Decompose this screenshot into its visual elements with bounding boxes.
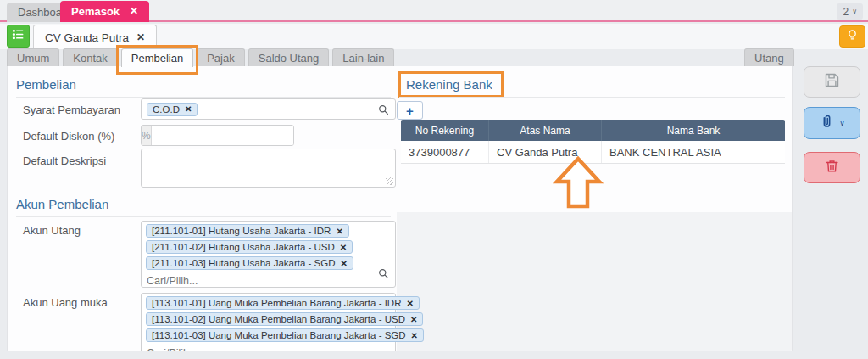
paperclip-icon (819, 114, 835, 133)
default-diskon-label: Default Diskon (%) (23, 130, 114, 143)
top-bar: Dashboard Pemasok ✕ 2 ∨ (0, 0, 868, 22)
tag-cod-label: C.O.D (153, 104, 180, 115)
tag-uang-muka-idr[interactable]: [113.101-01] Uang Muka Pembelian Barang … (146, 296, 420, 310)
chevron-down-icon: ∨ (852, 8, 857, 15)
section-title-rekening-bank: Rekening Bank (406, 77, 492, 92)
remove-tag-icon[interactable]: ✕ (336, 227, 342, 236)
close-icon[interactable]: ✕ (136, 31, 145, 43)
akun-uang-muka-label: Akun Uang muka (23, 296, 108, 309)
akun-uang-muka-multiselect[interactable]: [113.101-01] Uang Muka Pembelian Barang … (141, 293, 396, 351)
tag-cod[interactable]: C.O.D ✕ (147, 103, 198, 116)
divider (16, 216, 391, 217)
divider (16, 97, 391, 98)
rekening-table-header: No Rekening Atas Nama Nama Bank (401, 120, 785, 141)
record-tab[interactable]: CV Ganda Putra ✕ (33, 25, 157, 49)
syarat-pembayaran-label: Syarat Pembayaran (23, 104, 120, 116)
cell-nama-bank: BANK CENTRAL ASIA (602, 141, 785, 163)
tag-hutang-usd[interactable]: [211.101-02] Hutang Usaha Jakarta - USD✕ (146, 240, 353, 254)
tag-uang-muka-usd[interactable]: [113.101-02] Uang Muka Pembelian Barang … (146, 312, 423, 326)
close-icon[interactable]: ✕ (130, 1, 138, 22)
tag-uang-muka-sgd[interactable]: [113.101-03] Uang Muka Pembelian Barang … (146, 328, 424, 342)
tab-pembelian-label: Pembelian (131, 52, 183, 65)
remove-tag-icon[interactable]: ✕ (406, 299, 413, 308)
tag-label: [113.101-01] Uang Muka Pembelian Barang … (152, 298, 401, 308)
attachment-button[interactable]: ∨ (804, 107, 860, 139)
default-deskripsi-textarea[interactable] (141, 149, 396, 188)
lightbulb-icon (846, 29, 859, 45)
akun-utang-multiselect[interactable]: [211.101-01] Hutang Usaha Jakarta - IDR✕… (141, 221, 396, 288)
cell-no-rekening: 3739000877 (401, 141, 489, 163)
tab-pajak[interactable]: Pajak (197, 48, 245, 66)
window-tab-pemasok-label: Pemasok (71, 1, 120, 22)
percent-addon: % (142, 126, 152, 145)
remove-tag-icon[interactable]: ✕ (410, 315, 417, 324)
tab-umum[interactable]: Umum (7, 48, 59, 66)
tab-kontak[interactable]: Kontak (63, 48, 117, 66)
trash-icon (824, 158, 840, 177)
col-atas-nama: Atas Nama (489, 120, 602, 141)
panel-gray-area (397, 212, 793, 351)
akun-uang-muka-search-input[interactable] (146, 345, 315, 351)
tab-pembelian[interactable]: Pembelian (121, 48, 193, 67)
section-title-pembelian: Pembelian (16, 77, 76, 92)
hint-button[interactable] (839, 25, 865, 48)
tag-label: [211.101-02] Hutang Usaha Jakarta - USD (152, 242, 335, 252)
delete-button[interactable] (804, 152, 860, 183)
orange-up-arrow-annotation (552, 156, 604, 212)
tag-label: [113.101-03] Uang Muka Pembelian Barang … (152, 330, 406, 340)
window-count-value: 2 (843, 6, 849, 18)
tab-saldo-utang[interactable]: Saldo Utang (248, 48, 330, 66)
akun-utang-search-input[interactable] (146, 273, 315, 289)
table-row[interactable]: 3739000877 CV Ganda Putra BANK CENTRAL A… (401, 141, 785, 164)
col-nama-bank: Nama Bank (602, 120, 785, 141)
resize-grip-icon[interactable] (386, 177, 393, 185)
magnifier-icon[interactable] (378, 267, 389, 283)
remove-tag-icon[interactable]: ✕ (341, 259, 348, 268)
default-diskon-input[interactable] (152, 126, 294, 145)
remove-tag-icon[interactable]: ✕ (340, 243, 347, 252)
tag-hutang-sgd[interactable]: [211.101-03] Hutang Usaha Jakarta - SGD✕ (146, 256, 353, 270)
divider (399, 97, 785, 98)
floppy-icon (823, 71, 841, 93)
akun-utang-label: Akun Utang (23, 224, 81, 237)
tag-hutang-idr[interactable]: [211.101-01] Hutang Usaha Jakarta - IDR✕ (146, 224, 349, 238)
chevron-down-icon: ∨ (839, 119, 845, 127)
menu-button[interactable] (7, 25, 30, 48)
add-rekening-button[interactable]: + (397, 101, 423, 120)
default-deskripsi-label: Default Deskripsi (23, 154, 106, 167)
tag-label: [113.101-02] Uang Muka Pembelian Barang … (152, 314, 405, 324)
tab-utang[interactable]: Utang (744, 48, 794, 66)
tag-label: [211.101-01] Hutang Usaha Jakarta - IDR (152, 226, 331, 236)
list-icon (11, 27, 25, 45)
default-diskon-field: % (141, 125, 294, 146)
window-tab-pemasok[interactable]: Pemasok ✕ (60, 1, 149, 22)
window-count-dropdown[interactable]: 2 ∨ (837, 3, 863, 20)
remove-tag-icon[interactable]: ✕ (185, 104, 192, 114)
cell-atas-nama: CV Ganda Putra (489, 141, 602, 163)
tag-label: [211.101-03] Hutang Usaha Jakarta - SGD (152, 258, 336, 268)
rekening-table: No Rekening Atas Nama Nama Bank 37390008… (401, 120, 785, 164)
record-tab-label: CV Ganda Putra (45, 31, 129, 44)
tab-lain-lain[interactable]: Lain-lain (332, 48, 394, 66)
detail-tab-bar: Umum Kontak Pembelian Pajak Saldo Utang … (7, 48, 394, 67)
col-no-rekening: No Rekening (401, 120, 489, 141)
syarat-pembayaran-input[interactable]: C.O.D ✕ (141, 98, 396, 120)
remove-tag-icon[interactable]: ✕ (411, 331, 418, 340)
magnifier-icon[interactable] (378, 104, 389, 119)
record-bar: CV Ganda Putra ✕ (0, 24, 868, 49)
main-panel: Pembelian Syarat Pembayaran C.O.D ✕ Defa… (7, 66, 793, 351)
save-button[interactable] (804, 66, 860, 98)
section-title-akun-pembelian: Akun Pembelian (16, 197, 108, 211)
